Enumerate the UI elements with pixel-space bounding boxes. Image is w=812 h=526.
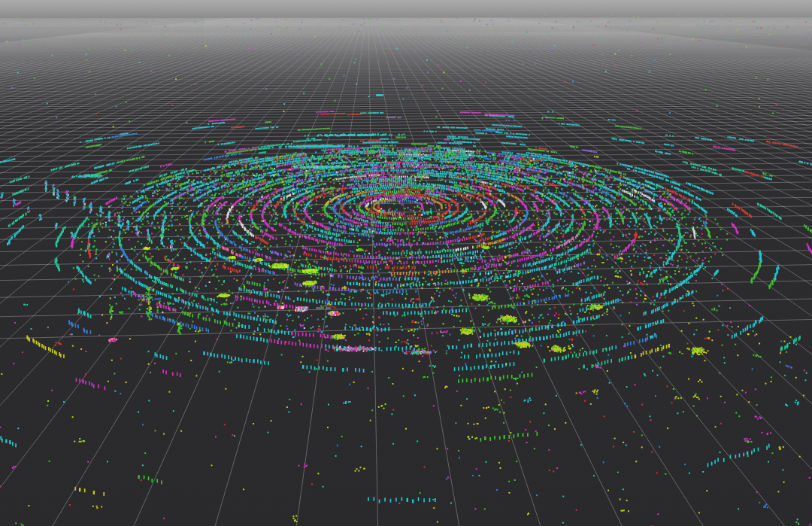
pointcloud-canvas[interactable] bbox=[0, 0, 812, 526]
pointcloud-viewport[interactable] bbox=[0, 0, 812, 526]
